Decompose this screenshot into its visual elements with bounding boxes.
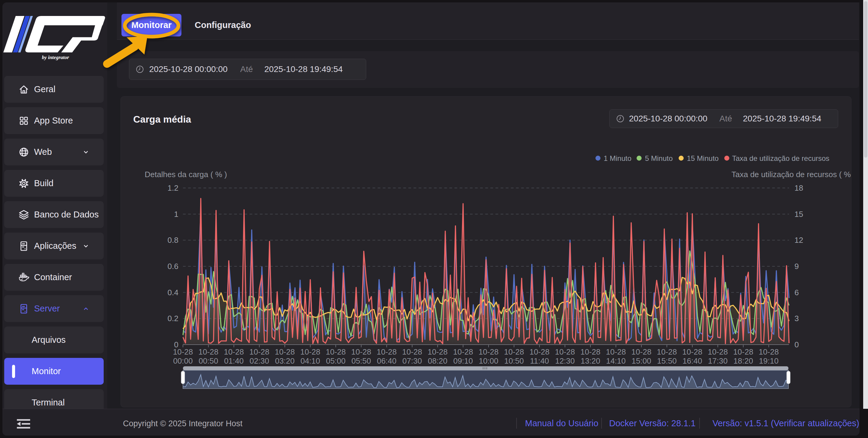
- svg-text:by integrator: by integrator: [42, 55, 69, 60]
